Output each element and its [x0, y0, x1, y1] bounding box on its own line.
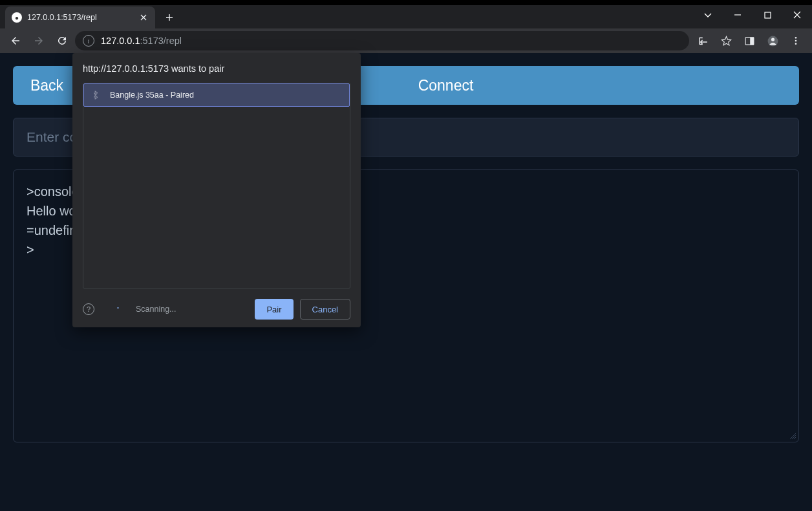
browser-tab[interactable]: ● 127.0.0.1:5173/repl	[5, 6, 155, 28]
back-button[interactable]: Back	[13, 66, 81, 105]
tab-search-button[interactable]	[693, 5, 723, 25]
svg-point-5	[795, 37, 797, 39]
nav-forward-button[interactable]	[28, 31, 49, 50]
resize-handle-icon[interactable]	[789, 432, 796, 440]
svg-rect-2	[750, 37, 754, 44]
svg-rect-0	[765, 12, 771, 18]
tab-strip: ● 127.0.0.1:5173/repl	[0, 5, 812, 28]
help-icon[interactable]: ?	[83, 303, 94, 315]
favicon-icon: ●	[12, 12, 22, 23]
side-panel-icon[interactable]	[738, 31, 760, 50]
toolbar-right	[692, 31, 807, 50]
nav-reload-button[interactable]	[52, 31, 72, 50]
nav-back-button[interactable]	[5, 31, 26, 50]
svg-point-4	[771, 38, 774, 41]
spinner-icon	[116, 305, 125, 314]
tab-title: 127.0.0.1:5173/repl	[27, 13, 133, 22]
dialog-footer: ? Scanning... Pair Cancel	[83, 288, 350, 320]
bluetooth-pair-dialog: http://127.0.0.1:5173 wants to pair Bang…	[72, 53, 361, 327]
share-icon[interactable]	[692, 31, 714, 50]
pair-button[interactable]: Pair	[255, 299, 293, 320]
window-controls	[693, 5, 812, 27]
close-window-button[interactable]	[782, 5, 812, 25]
close-tab-button[interactable]	[138, 12, 149, 23]
bluetooth-icon	[92, 91, 101, 100]
svg-point-7	[795, 43, 797, 45]
site-info-icon[interactable]: i	[83, 35, 94, 47]
device-name: Bangle.js 35aa - Paired	[110, 91, 194, 100]
bookmark-icon[interactable]	[715, 31, 737, 50]
dialog-title: http://127.0.0.1:5173 wants to pair	[83, 63, 350, 74]
device-item[interactable]: Bangle.js 35aa - Paired	[83, 83, 350, 107]
menu-icon[interactable]	[785, 31, 807, 50]
os-titlebar	[0, 0, 812, 5]
scanning-label: Scanning...	[136, 305, 248, 314]
browser-chrome: ● 127.0.0.1:5173/repl	[0, 5, 812, 53]
new-tab-button[interactable]	[160, 8, 178, 27]
address-bar[interactable]: i 127.0.0.1:5173/repl	[75, 31, 689, 50]
cancel-button[interactable]: Cancel	[300, 299, 350, 320]
svg-point-6	[795, 40, 797, 42]
address-bar-row: i 127.0.0.1:5173/repl	[0, 28, 812, 53]
url-text: 127.0.0.1:5173/repl	[101, 36, 182, 46]
device-list[interactable]: Bangle.js 35aa - Paired	[83, 83, 350, 288]
minimize-button[interactable]	[723, 5, 753, 25]
profile-icon[interactable]	[762, 31, 784, 50]
maximize-button[interactable]	[753, 5, 782, 25]
